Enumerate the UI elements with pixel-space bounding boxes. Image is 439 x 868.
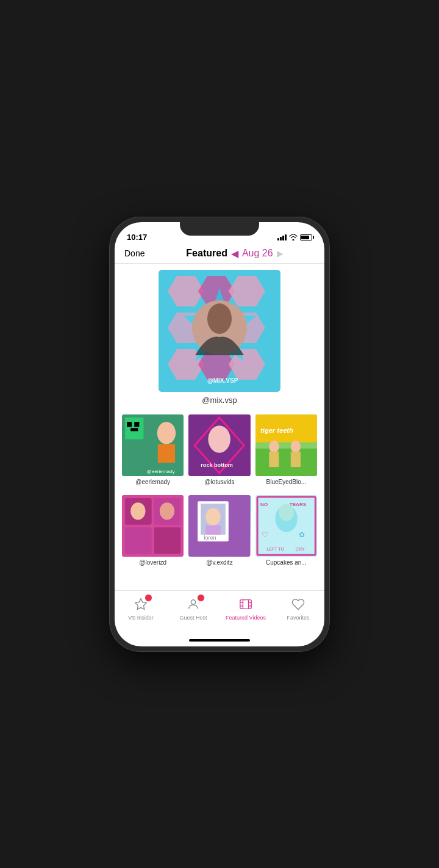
- status-time: 10:17: [127, 233, 147, 242]
- svg-text:rock bottom: rock bottom: [201, 462, 234, 468]
- svg-point-29: [269, 440, 279, 452]
- home-indicator: [115, 634, 324, 646]
- grid-item-cupcakes[interactable]: NO TEARS LEFT TO CRY ♡ ✿ Cupcakes an...: [255, 495, 317, 566]
- svg-rect-15: [127, 422, 132, 427]
- grid-row-1: @eeriemady @eeriemady: [122, 414, 317, 485]
- film-icon: [237, 596, 254, 613]
- prev-arrow[interactable]: ◀: [231, 248, 238, 259]
- svg-rect-58: [240, 599, 251, 609]
- svg-text:@eeriemady: @eeriemady: [147, 469, 176, 474]
- svg-point-39: [160, 502, 174, 519]
- phone-screen: 10:17: [115, 222, 324, 646]
- grid-item-blueeyedblo[interactable]: tiger teeth BlueEyedBlo...: [255, 414, 317, 485]
- wifi-icon: [289, 234, 298, 242]
- nav-title: Featured: [186, 248, 227, 259]
- grid-image-loverizd: [122, 495, 184, 557]
- grid-item-loverizd[interactable]: @loverizd: [122, 495, 184, 566]
- svg-rect-17: [130, 428, 138, 431]
- battery-icon: [300, 234, 312, 241]
- svg-point-31: [290, 440, 300, 452]
- svg-text:tiger teeth: tiger teeth: [260, 427, 293, 434]
- svg-point-43: [206, 508, 221, 525]
- grid-label-vexditz: @v.exditz: [206, 559, 232, 566]
- phone-frame: 10:17: [110, 217, 329, 651]
- svg-text:✿: ✿: [299, 530, 305, 539]
- nav-bar: Done Featured ◀ Aug 26 ▶: [115, 244, 324, 264]
- svg-point-38: [130, 502, 145, 519]
- svg-rect-19: [158, 444, 175, 462]
- svg-rect-37: [154, 527, 181, 554]
- svg-text:TEARS: TEARS: [289, 502, 306, 507]
- svg-point-23: [209, 425, 230, 453]
- vs-insider-badge: [145, 594, 152, 602]
- featured-thumbnail: @MIX.VSP: [159, 270, 280, 392]
- svg-text:NO: NO: [260, 502, 268, 507]
- done-button[interactable]: Done: [124, 248, 155, 258]
- svg-rect-32: [290, 451, 300, 466]
- tab-vs-insider[interactable]: VS Insider: [115, 596, 167, 621]
- grid-image-eeriemady: @eeriemady: [122, 414, 184, 476]
- grid-image-lotusvids: rock bottom: [188, 414, 250, 476]
- grid-image-vexditz: loren: [188, 495, 250, 557]
- grid-row-2: @loverizd: [122, 495, 317, 566]
- featured-post: @MIX.VSP @mix.vsp: [122, 270, 317, 405]
- svg-rect-30: [269, 451, 279, 466]
- notch: [180, 222, 259, 236]
- grid-item-eeriemady[interactable]: @eeriemady @eeriemady: [122, 414, 184, 485]
- grid-label-lotusvids: @lotusvids: [204, 479, 234, 485]
- svg-text:@MIX.VSP: @MIX.VSP: [207, 377, 238, 384]
- grid-image-blueeyedblo: tiger teeth: [255, 414, 317, 476]
- svg-rect-16: [134, 422, 139, 427]
- heart-icon: [290, 596, 307, 613]
- svg-text:♡: ♡: [262, 530, 268, 539]
- svg-rect-44: [206, 525, 221, 534]
- featured-username: @mix.vsp: [202, 396, 237, 405]
- tab-guest-host[interactable]: Guest Host: [167, 596, 220, 621]
- next-arrow[interactable]: ▶: [277, 248, 284, 258]
- grid-image-cupcakes: NO TEARS LEFT TO CRY ♡ ✿: [255, 495, 317, 557]
- svg-point-11: [207, 303, 232, 334]
- svg-point-18: [157, 422, 176, 444]
- svg-rect-36: [125, 527, 152, 554]
- signal-icon: [277, 234, 287, 241]
- grid-label-eeriemady: @eeriemady: [135, 479, 170, 485]
- tab-featured-videos[interactable]: Featured Videos: [220, 596, 272, 621]
- tab-guest-host-label: Guest Host: [179, 615, 207, 621]
- guest-host-badge: [197, 594, 205, 602]
- svg-rect-28: [255, 448, 317, 476]
- scroll-content[interactable]: @MIX.VSP @mix.vsp: [115, 264, 324, 590]
- tab-vs-insider-label: VS Insider: [128, 615, 154, 621]
- grid-item-lotusvids[interactable]: rock bottom @lotusvids: [188, 414, 250, 485]
- tab-favorites[interactable]: Favorites: [272, 596, 324, 621]
- nav-center: Featured ◀ Aug 26 ▶: [155, 248, 315, 259]
- svg-point-57: [191, 599, 195, 604]
- tab-favorites-label: Favorites: [287, 615, 309, 621]
- grid-label-blueeyedblo: BlueEyedBlo...: [266, 479, 307, 485]
- svg-text:LEFT TO: LEFT TO: [266, 547, 284, 552]
- status-icons: [277, 234, 312, 242]
- grid-label-cupcakes: Cupcakes an...: [266, 559, 307, 566]
- featured-image[interactable]: @MIX.VSP: [159, 270, 280, 392]
- svg-text:CRY: CRY: [296, 547, 305, 552]
- tab-featured-videos-label: Featured Videos: [226, 615, 266, 621]
- grid-item-vexditz[interactable]: loren @v.exditz: [188, 495, 250, 566]
- svg-text:loren: loren: [204, 535, 216, 541]
- tab-bar: VS Insider Guest Host: [115, 590, 324, 634]
- grid-label-loverizd: @loverizd: [139, 559, 166, 566]
- nav-date: Aug 26: [242, 248, 273, 259]
